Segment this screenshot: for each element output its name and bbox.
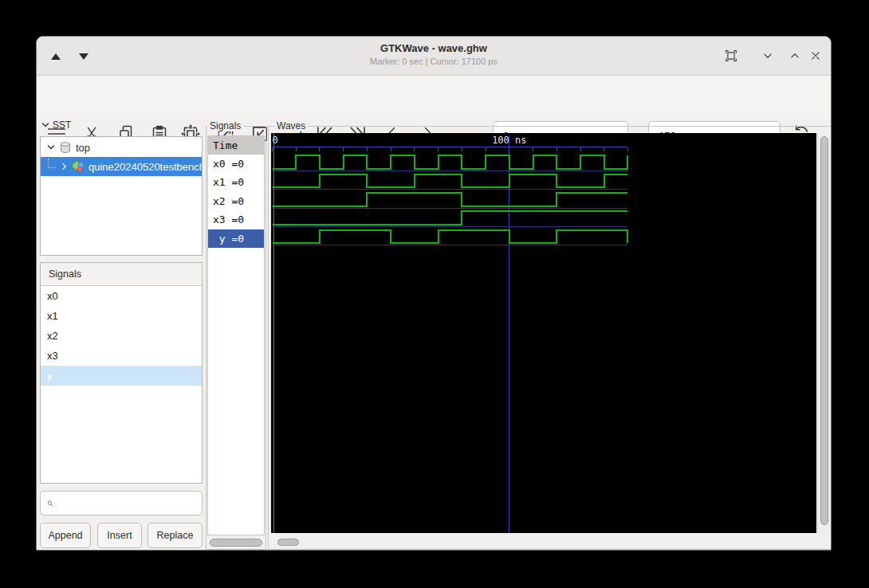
maximize-button[interactable] xyxy=(724,49,738,63)
titlebar: GTKWave - wave.ghw Marker: 0 sec | Curso… xyxy=(37,37,831,76)
svg-text:100 ns: 100 ns xyxy=(492,135,526,146)
append-button[interactable]: Append xyxy=(40,523,91,548)
close-icon xyxy=(808,49,823,63)
waves-hscrollbar-thumb[interactable] xyxy=(277,539,299,546)
list-item-x2[interactable]: x2 xyxy=(41,326,202,346)
minimize-button[interactable] xyxy=(761,49,775,63)
close-button[interactable] xyxy=(808,49,823,63)
sst-tree: top quine20240520testbench xyxy=(40,136,203,256)
wave-plot: 0100 ns xyxy=(271,133,816,533)
svg-text:0: 0 xyxy=(273,135,278,146)
maximize-icon xyxy=(724,49,738,63)
database-cylinder-icon xyxy=(59,141,72,154)
marker-cursor-status: Marker: 0 sec | Cursor: 17100 ps xyxy=(37,57,831,66)
insert-button[interactable]: Insert xyxy=(97,523,142,548)
list-item-x1[interactable]: x1 xyxy=(41,306,202,326)
signals-hscrollbar-thumb[interactable] xyxy=(210,539,262,547)
restore-button[interactable] xyxy=(788,49,802,63)
tree-item-label: quine20240520testbench xyxy=(88,161,202,173)
tree-guide-line xyxy=(48,159,56,168)
waves-frame-label: Waves xyxy=(274,120,308,131)
search-icon xyxy=(47,498,53,509)
value-row-x0[interactable]: x0 =0 xyxy=(208,155,264,173)
tree-item-top[interactable]: top xyxy=(41,138,202,157)
wave-canvas[interactable]: 0100 ns xyxy=(271,133,816,533)
window-title: GTKWave - wave.ghw xyxy=(37,42,831,54)
signal-values-list: Time x0 =0 x1 =0 x2 =0 x3 =0 y =0 xyxy=(207,135,265,535)
tree-item-label: top xyxy=(76,142,90,154)
signals-frame-label: Signals xyxy=(207,120,243,131)
signal-search-list: Signals x0 x1 x2 x3 y xyxy=(40,262,203,484)
sst-label: SST xyxy=(53,120,71,131)
expander-open-icon xyxy=(47,143,55,151)
time-header[interactable]: Time xyxy=(208,136,264,155)
sst-expander[interactable]: SST xyxy=(41,120,71,131)
waves-vscrollbar-thumb[interactable] xyxy=(820,136,828,525)
desktop: GTKWave - wave.ghw Marker: 0 sec | Curso… xyxy=(0,0,869,588)
value-row-x2[interactable]: x2 =0 xyxy=(208,192,264,210)
value-row-x1[interactable]: x1 =0 xyxy=(208,173,264,191)
expander-closed-icon xyxy=(61,163,69,171)
chevron-down-icon xyxy=(761,49,775,63)
chevron-up-icon xyxy=(788,49,802,63)
search-input[interactable] xyxy=(58,496,202,510)
value-row-x3[interactable]: x3 =0 xyxy=(208,210,264,229)
signal-list-header: Signals xyxy=(41,263,202,286)
list-item-x0[interactable]: x0 xyxy=(41,286,202,306)
tree-item-testbench[interactable]: quine20240520testbench xyxy=(41,157,202,176)
gtkwave-window: GTKWave - wave.ghw Marker: 0 sec | Curso… xyxy=(36,36,832,551)
value-row-y[interactable]: y =0 xyxy=(208,229,264,248)
module-icon xyxy=(71,160,85,173)
chevron-down-icon xyxy=(41,121,49,129)
waves-vscrollbar[interactable] xyxy=(817,133,832,533)
signal-search-box xyxy=(40,491,203,515)
replace-button[interactable]: Replace xyxy=(147,523,203,548)
list-item-x3[interactable]: x3 xyxy=(41,346,202,366)
list-item-y[interactable]: y xyxy=(41,366,202,386)
toolbar: From: To: xyxy=(37,76,831,119)
